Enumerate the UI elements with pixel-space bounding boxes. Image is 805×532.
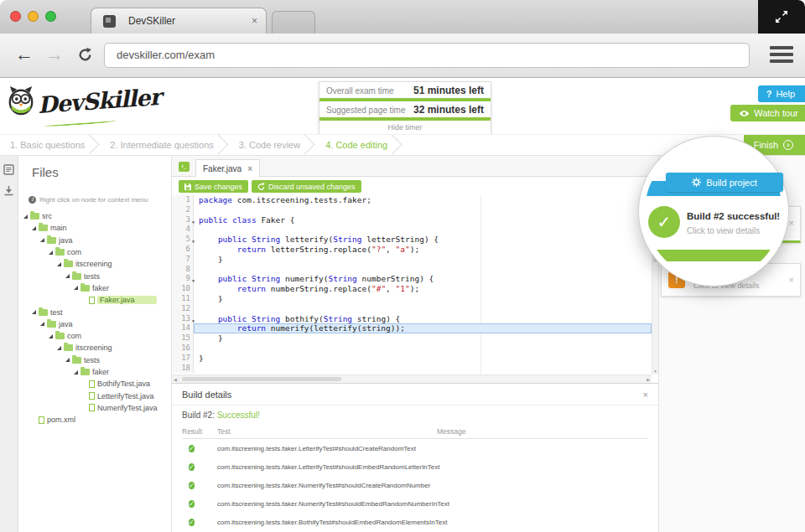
dismiss-notification-icon[interactable]: ×: [789, 218, 794, 228]
code-line-1[interactable]: 1package com.itscreening.tests.faker;: [172, 195, 652, 205]
reload-button[interactable]: [77, 47, 93, 66]
scroll-down-icon[interactable]: ▼: [652, 369, 658, 374]
code-fold-icon[interactable]: ▼: [192, 237, 195, 247]
tree-node-itscreening[interactable]: itscreening: [18, 258, 171, 270]
code-fold-icon[interactable]: ▼: [192, 218, 195, 228]
tree-node-com[interactable]: com: [18, 330, 171, 342]
expanded-arrow-icon[interactable]: [74, 286, 78, 290]
tree-node-tests[interactable]: tests: [18, 270, 171, 281]
tree-node-test[interactable]: test: [18, 306, 171, 318]
tree-node-faker[interactable]: faker: [18, 366, 171, 378]
code-line-17[interactable]: 17}: [172, 354, 652, 364]
code-line-11[interactable]: 11 }: [172, 294, 652, 304]
scroll-right-icon[interactable]: ▶: [647, 377, 650, 382]
tree-node-faker[interactable]: faker: [18, 282, 171, 294]
test-result-row[interactable]: ✓com.itscreening.tests.faker.LetterifyTe…: [182, 457, 648, 476]
tree-node-java[interactable]: java: [18, 318, 171, 330]
browser-menu-button[interactable]: [770, 46, 793, 66]
tree-node-tests[interactable]: tests: [18, 354, 171, 366]
code-line-8[interactable]: 8: [172, 265, 652, 275]
save-changes-button[interactable]: Save changes: [179, 180, 248, 193]
tree-node-bothifytest-java[interactable]: BothifyTest.java: [18, 378, 171, 390]
expanded-arrow-icon[interactable]: [32, 226, 36, 230]
code-line-16[interactable]: 16: [172, 343, 652, 354]
editor-horizontal-scrollbar[interactable]: ◀ ▶: [172, 374, 652, 383]
code-line-14[interactable]: 14 return numerify(letterify(string));: [172, 323, 652, 333]
expanded-arrow-icon[interactable]: [65, 274, 70, 278]
test-result-row[interactable]: ✓com.itscreening.tests.faker.LetterifyTe…: [182, 439, 648, 457]
editor-tab-faker[interactable]: Faker.java ×: [195, 159, 260, 178]
tree-node-src[interactable]: src: [18, 210, 171, 222]
forward-button[interactable]: →: [45, 44, 64, 65]
code-text: [194, 364, 652, 374]
expanded-arrow-icon[interactable]: [65, 358, 70, 362]
code-line-15[interactable]: 15 }: [172, 333, 652, 343]
help-button[interactable]: ? Help: [758, 85, 805, 102]
discard-changes-button[interactable]: Discard unsaved changes: [252, 180, 361, 193]
address-bar[interactable]: devskiller.com/exam: [104, 43, 750, 68]
close-window-button[interactable]: [10, 11, 21, 22]
tab-close-icon[interactable]: ×: [247, 164, 252, 173]
hamburger-icon: [770, 46, 793, 49]
minimize-window-button[interactable]: [28, 11, 39, 22]
tree-node-numerifytest-java[interactable]: NumerifyTest.java: [18, 402, 171, 414]
zoom-window-button[interactable]: [45, 11, 56, 22]
tree-node-main[interactable]: main: [18, 222, 171, 234]
code-editor[interactable]: 1package com.itscreening.tests.faker;23▼…: [172, 195, 652, 374]
expanded-arrow-icon[interactable]: [57, 346, 61, 350]
watch-tour-button[interactable]: Watch tour: [730, 105, 805, 121]
code-line-6[interactable]: 6 return letterString.replace("?", "a");: [172, 245, 652, 255]
code-line-5[interactable]: 5▼ public String letterify(String letter…: [172, 235, 652, 245]
tree-node-faker-java[interactable]: Faker.java: [18, 294, 171, 306]
code-line-12[interactable]: 12: [172, 304, 652, 314]
code-line-9[interactable]: 9▼ public String numerify(String numberS…: [172, 274, 652, 284]
code-fold-icon[interactable]: ▼: [192, 276, 195, 287]
scrollbar-thumb[interactable]: [182, 377, 341, 381]
tab-close-icon[interactable]: ×: [252, 8, 257, 34]
expanded-arrow-icon[interactable]: [40, 322, 44, 326]
expanded-arrow-icon[interactable]: [57, 262, 61, 266]
expanded-arrow-icon[interactable]: [74, 370, 78, 374]
test-result-row[interactable]: ✓com.itscreening.tests.faker.NumerifyTes…: [182, 494, 648, 513]
code-line-18[interactable]: 18: [172, 364, 652, 374]
dismiss-notification-icon[interactable]: ×: [789, 275, 794, 285]
test-result-row[interactable]: ✓com.itscreening.tests.faker.NumerifyTes…: [182, 476, 648, 494]
code-text: }: [194, 354, 652, 364]
tree-node-com[interactable]: com: [18, 246, 171, 258]
code-line-3[interactable]: 3▼public class Faker {: [172, 215, 652, 225]
code-line-10[interactable]: 10 return numberString.replace("#", "1")…: [172, 284, 652, 294]
code-line-13[interactable]: 13▼ public String bothify(String string)…: [172, 314, 652, 324]
tree-node-itscreening[interactable]: itscreening: [18, 342, 171, 354]
fullscreen-toggle[interactable]: [758, 0, 805, 34]
expanded-arrow-icon[interactable]: [40, 238, 44, 242]
background-tab[interactable]: [272, 11, 315, 34]
gear-icon: [692, 178, 701, 187]
step-1[interactable]: 1. Basic questions: [0, 140, 86, 150]
expanded-arrow-icon[interactable]: [23, 214, 28, 219]
tree-node-letterifytest-java[interactable]: LetterifyTest.java: [18, 390, 171, 401]
expanded-arrow-icon[interactable]: [49, 251, 53, 255]
tree-node-java[interactable]: java: [18, 235, 171, 246]
tasks-button[interactable]: [3, 163, 14, 178]
back-button[interactable]: ←: [15, 44, 34, 65]
expanded-arrow-icon[interactable]: [32, 310, 36, 314]
expanded-arrow-icon[interactable]: [49, 334, 53, 338]
hide-timer-link[interactable]: Hide timer: [319, 121, 491, 134]
scroll-left-icon[interactable]: ◀: [174, 377, 177, 382]
step-2[interactable]: 2. Intermediate questions: [100, 140, 216, 150]
result-cell: ✓: [182, 444, 217, 453]
console-icon[interactable]: ›_: [179, 162, 190, 172]
browser-tab[interactable]: DevSKiller ×: [91, 8, 267, 34]
code-fold-icon[interactable]: ▼: [192, 317, 195, 327]
test-result-row[interactable]: ✓com.itscreening.tests.faker.BothifyTest…: [182, 513, 648, 531]
step-3[interactable]: 3. Code review: [229, 140, 302, 150]
code-line-4[interactable]: 4: [172, 225, 652, 235]
tree-node-pom-xml[interactable]: pom.xml: [18, 414, 171, 426]
step-4[interactable]: 4. Code editing: [315, 140, 389, 150]
close-build-details-icon[interactable]: ×: [643, 390, 648, 400]
code-line-2[interactable]: 2: [172, 205, 652, 215]
code-line-7[interactable]: 7 }: [172, 255, 652, 265]
build-project-button[interactable]: Build project: [666, 173, 783, 192]
download-button[interactable]: [3, 184, 14, 199]
window-controls: [10, 11, 56, 22]
